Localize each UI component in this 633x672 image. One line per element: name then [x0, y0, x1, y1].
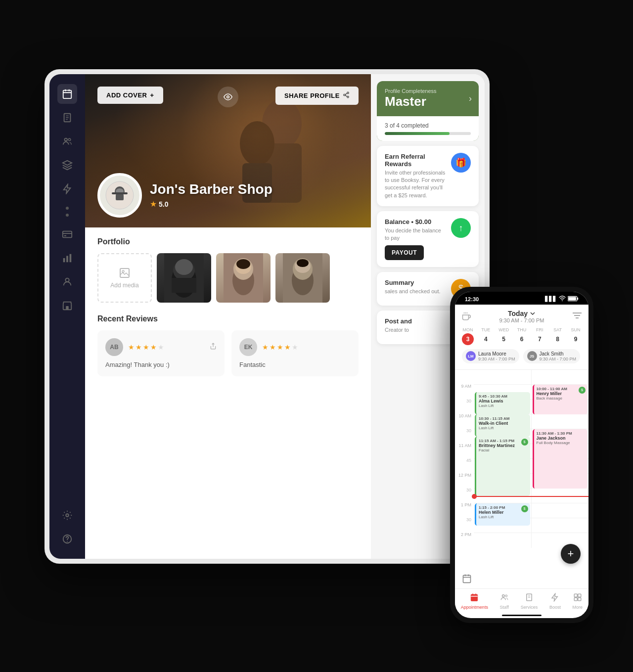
sidebar-icon-people[interactable]	[57, 132, 77, 151]
day-wed[interactable]: WED 5	[498, 327, 510, 345]
referral-desc: Invite other professionals to use Booksy…	[385, 169, 446, 200]
svg-rect-35	[116, 194, 124, 200]
star-3: ★	[143, 343, 149, 351]
day-mon[interactable]: MON 3	[462, 327, 474, 345]
appointment-brittney[interactable]: $ 11:15 AM - 1:15 PM Brittney Martinez F…	[475, 437, 530, 496]
svg-point-28	[347, 96, 349, 98]
nav-more[interactable]: More	[573, 593, 583, 610]
portfolio-image-3	[275, 253, 330, 303]
calendar-top: Today 9:30 AM - 7:00 PM	[462, 310, 582, 323]
arrow-up-icon[interactable]: ↑	[451, 218, 471, 238]
day-sun[interactable]: SUN 9	[570, 327, 582, 345]
review-header-2: EK ★ ★ ★ ★ ★	[239, 338, 351, 356]
calendar-header: Today 9:30 AM - 7:00 PM	[455, 305, 588, 370]
dollar-badge: $	[521, 505, 528, 512]
sidebar-icon-settings[interactable]	[57, 505, 77, 525]
share-profile-button[interactable]: SHARE PROFILE	[275, 87, 359, 105]
nav-appointments[interactable]: Appointments	[461, 593, 488, 610]
nav-staff[interactable]: Staff	[500, 593, 509, 610]
eye-button[interactable]	[218, 87, 238, 107]
home-indicator	[502, 615, 542, 616]
sidebar-dot	[66, 207, 69, 210]
scene: ADD COVER + SHARE PROFILE	[45, 40, 588, 633]
sidebar-icon-cube[interactable]	[57, 155, 77, 175]
appointments-nav-label: Appointments	[461, 605, 488, 610]
svg-rect-17	[66, 306, 69, 309]
filter-icon[interactable]	[573, 312, 582, 320]
staff-time-laura: 9:30 AM - 7:00 PM	[478, 357, 515, 361]
sidebar-icon-chart[interactable]	[57, 248, 77, 268]
completeness-level: Master	[385, 94, 471, 109]
sidebar-icon-clipboard[interactable]	[57, 108, 77, 128]
appointment-helen[interactable]: $ 1:15 - 2:00 PM Helen Miller Lash Lift	[475, 503, 530, 526]
tablet-main: ADD COVER + SHARE PROFILE	[85, 74, 371, 559]
svg-rect-10	[63, 231, 72, 237]
star-3: ★	[277, 343, 283, 351]
svg-rect-70	[471, 594, 478, 601]
calendar-today-label[interactable]: Today	[471, 310, 573, 317]
completeness-footer: 3 of 4 completed	[377, 116, 479, 141]
add-media-button[interactable]: Add media	[97, 253, 152, 303]
progress-bar	[385, 132, 471, 135]
day-thu[interactable]: THU 6	[516, 327, 528, 345]
current-time-indicator	[474, 496, 588, 497]
nav-services[interactable]: Services	[521, 593, 538, 610]
gift-icon[interactable]: 🎁	[451, 153, 471, 173]
appointment-jane[interactable]: 11:30 AM - 1:30 PM Jane Jackson Full Bod…	[533, 429, 588, 489]
staff-avatar-js: JS	[527, 351, 537, 361]
completeness-card[interactable]: Profile Completeness Master › 3 of 4 com…	[377, 81, 479, 141]
svg-rect-14	[66, 256, 68, 262]
review-share-icon[interactable]	[210, 343, 217, 351]
review-card-1: AB ★ ★ ★ ★ ★	[97, 330, 225, 376]
svg-point-9	[68, 138, 71, 141]
appointment-walkin[interactable]: 10:30 - 11:15 AM Walk-in Client Lash Lif…	[475, 414, 530, 437]
time-column: 9 AM 30 10 AM 30 11 AM 45 12 PM 30 1 PM …	[455, 370, 474, 548]
day-tue[interactable]: TUE 4	[480, 327, 492, 345]
svg-point-23	[240, 121, 274, 166]
creator-content: Post and Creator to	[385, 317, 446, 334]
svg-point-74	[502, 594, 504, 597]
sidebar-icon-card[interactable]	[57, 224, 77, 244]
jack-column: $ 10:00 - 11:00 AM Henry Miller Back mas…	[532, 370, 589, 548]
day-sat[interactable]: SAT 8	[552, 327, 564, 345]
svg-rect-81	[574, 597, 577, 600]
staff-laura[interactable]: LM Laura Moore 9:30 AM - 7:00 PM	[462, 349, 519, 363]
shop-name: Jon's Barber Shop	[150, 181, 272, 197]
add-cover-button[interactable]: ADD COVER +	[97, 87, 163, 104]
sidebar	[49, 74, 85, 559]
chevron-right-icon: ›	[469, 93, 472, 104]
rating: ★ 5.0	[150, 199, 272, 209]
sidebar-icon-calendar[interactable]	[57, 84, 77, 104]
day-fri[interactable]: FRI 7	[534, 327, 545, 345]
star-2: ★	[270, 343, 276, 351]
appointment-alma[interactable]: 9:45 - 10:30 AM Alma Lewis Lash Lift	[475, 392, 530, 414]
sidebar-icon-group[interactable]	[57, 272, 77, 292]
add-cover-plus-icon: +	[150, 91, 154, 99]
add-media-label: Add media	[110, 282, 138, 289]
nav-boost[interactable]: Boost	[549, 593, 561, 610]
reviews-title: Recent Reviews	[97, 314, 359, 323]
staff-jack[interactable]: JS Jack Smith 9:30 AM - 7:00 PM	[523, 349, 581, 363]
sidebar-icon-lightning[interactable]	[57, 179, 77, 199]
sidebar-icon-store[interactable]	[57, 296, 77, 315]
svg-rect-80	[578, 594, 581, 597]
sidebar-icon-help[interactable]	[57, 529, 77, 549]
payout-button[interactable]: PAYOUT	[385, 245, 424, 260]
dollar-badge: $	[579, 387, 586, 394]
review-text-2: Fantastic	[239, 361, 351, 368]
svg-point-42	[175, 259, 193, 275]
staff-name-jack: Jack Smith	[540, 351, 577, 357]
star-5: ★	[158, 343, 164, 351]
svg-rect-34	[112, 192, 128, 194]
svg-point-26	[347, 92, 349, 94]
appointment-henry[interactable]: $ 10:00 - 11:00 AM Henry Miller Back mas…	[533, 385, 588, 414]
svg-point-27	[344, 94, 346, 96]
staff-time-jack: 9:30 AM - 7:00 PM	[540, 357, 577, 361]
calendar-small-icon[interactable]	[462, 574, 472, 585]
staff-nav-label: Staff	[500, 605, 509, 610]
star-4: ★	[150, 343, 157, 351]
svg-rect-41	[172, 278, 196, 293]
svg-rect-36	[120, 269, 129, 277]
creator-desc: Creator to	[385, 326, 446, 334]
add-appointment-fab[interactable]: +	[561, 544, 581, 564]
